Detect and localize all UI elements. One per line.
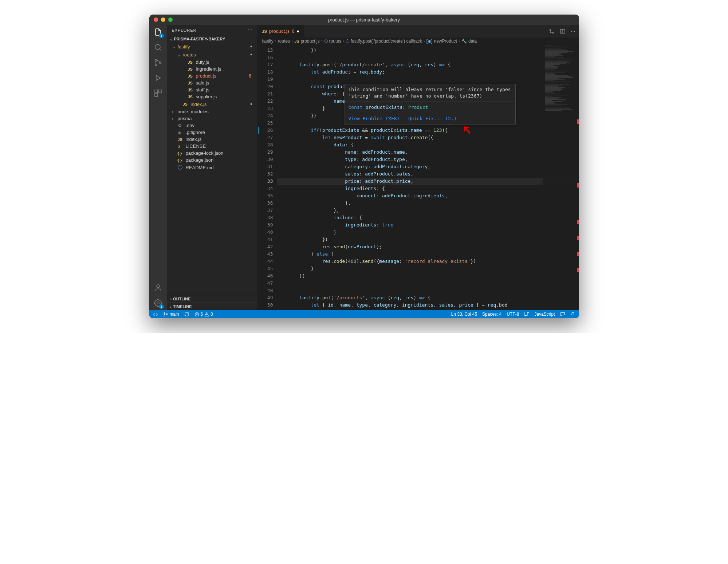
tree-item[interactable]: JSproduct.js6 [167,72,257,79]
status-sync-icon[interactable] [184,312,189,317]
breadcrumb-item[interactable]: fastify [262,39,274,44]
status-bell-icon[interactable] [570,312,575,317]
status-remote-icon[interactable] [153,312,158,317]
status-eol[interactable]: LF [524,312,529,317]
tree-item[interactable]: { }package-lock.json [167,150,257,157]
modified-dot-icon: ● [297,28,300,34]
outline-section[interactable]: ›OUTLINE [167,295,257,303]
js-file-icon: JS [183,102,189,106]
breadcrumb-item[interactable]: [◉] newProduct [426,39,457,44]
info-icon: ⓘ [178,164,184,171]
tree-item[interactable]: JSduty.js [167,59,257,66]
tree-item-label: duty.js [196,59,209,65]
traffic-lights [149,17,173,22]
breadcrumb-item[interactable]: ⬡ routes [324,39,341,44]
hover-declaration: const productExists: Product [345,102,515,113]
split-editor-icon[interactable] [560,28,566,34]
status-encoding[interactable]: UTF-8 [507,312,519,317]
json-file-icon: { } [178,151,184,155]
svg-rect-5 [155,90,158,93]
tree-item-label: index.js [186,137,202,142]
tab-problem-count: 6 [292,28,294,34]
tree-item[interactable]: JSingredient.js [167,66,257,72]
status-feedback-icon[interactable] [560,312,565,317]
tree-item[interactable]: JSsupplier.js [167,93,257,100]
timeline-section[interactable]: ›TIMELINE [167,303,257,310]
sidebar-header: EXPLORER ⋯ [167,25,257,35]
sidebar-project-root[interactable]: ⌄PRISMA-FASTIFY-BAKERY [167,35,257,43]
tree-item[interactable]: { }package.json [167,157,257,163]
tree-item-label: node_modules [178,109,209,114]
tree-item[interactable]: JSindex.js• [167,100,257,108]
js-file-icon: JS [262,29,267,33]
close-window[interactable] [154,17,158,22]
explorer-badge: 1 [159,33,164,38]
svg-point-3 [159,62,161,64]
editor-more-icon[interactable]: ⋯ [571,28,575,34]
activity-accounts-icon[interactable] [154,283,162,292]
breadcrumb-item[interactable]: JS product.js [294,39,320,44]
breadcrumb-item[interactable]: ⬡ fastify.post('/product/create') callba… [346,39,422,44]
tree-item[interactable]: JSsale.js [167,79,257,86]
sidebar-more-icon[interactable]: ⋯ [248,28,252,32]
minimap[interactable] [543,45,579,310]
activity-explorer-icon[interactable]: 1 [154,28,162,36]
tree-item-label: index.js [191,102,207,107]
svg-point-0 [155,44,160,50]
modified-dot-icon: • [250,101,252,107]
tree-item[interactable]: JSstaff.js [167,86,257,93]
tree-item-label: package-lock.json [186,150,224,156]
tree-item[interactable]: ›prisma [167,115,257,122]
license-icon: 🄯 [178,143,184,149]
hover-tooltip: This condition will always return 'false… [345,84,516,125]
tree-item[interactable]: ⚙.env [167,122,257,129]
svg-rect-7 [155,94,158,96]
tree-item[interactable]: ⓘREADME.md [167,163,257,171]
activity-search-icon[interactable] [154,43,162,52]
svg-point-8 [157,285,160,288]
tree-item-label: product.js [196,73,216,79]
hover-error-message: This condition will always return 'false… [345,84,515,102]
editor-area: JS product.js 6 ● ⋯ fastify› routes›JS p… [258,25,579,310]
tab-product-js[interactable]: JS product.js 6 ● [258,25,304,38]
quick-fix-link[interactable]: Quick Fix... (⌘.) [408,116,457,121]
svg-point-14 [164,315,165,316]
breadcrumbs[interactable]: fastify› routes›JS product.js›⬡ routes›⬡… [258,38,579,45]
svg-point-1 [155,60,157,62]
status-branch[interactable]: main [163,312,179,317]
tree-item[interactable]: ›node_modules [167,108,257,115]
activity-source-control-icon[interactable] [154,58,162,67]
view-problem-link[interactable]: View Problem (⌥F8) [349,116,400,121]
project-name: PRISMA-FASTIFY-BAKERY [174,37,225,41]
editor-tabs: JS product.js 6 ● ⋯ [258,25,579,38]
tree-item[interactable]: ◈.gitignore [167,129,257,136]
tree-item-label: .env [186,123,195,128]
compare-changes-icon[interactable] [549,28,555,34]
tree-item[interactable]: 🄯LICENSE [167,143,257,150]
svg-point-9 [157,302,159,304]
svg-point-11 [552,32,554,33]
tree-item[interactable]: JSindex.js [167,136,257,143]
tree-item[interactable]: ⌄fastify• [167,43,257,51]
chevron-icon: › [172,116,176,121]
status-indent[interactable]: Spaces: 4 [482,312,501,317]
activity-extensions-icon[interactable] [154,89,162,98]
status-language[interactable]: JavaScript [534,312,555,317]
chevron-icon: ⌄ [177,52,181,58]
status-cursor-position[interactable]: Ln 33, Col 45 [451,312,477,317]
activity-settings-icon[interactable]: 1 [154,299,162,307]
editor-body[interactable]: 1516171819202122232425262728293031323334… [258,45,579,310]
activity-run-debug-icon[interactable] [154,74,162,82]
svg-point-10 [550,29,551,30]
breadcrumb-item[interactable]: routes [278,39,290,44]
tree-item[interactable]: ⌄routes• [167,51,257,59]
maximize-window[interactable] [168,17,173,22]
tree-item-label: package.json [186,157,214,163]
minimize-window[interactable] [161,17,165,22]
breadcrumb-item[interactable]: 🔧 data [461,39,477,44]
status-problems[interactable]: 6 0 [194,312,213,317]
file-tree: ⌄fastify•⌄routes•JSduty.jsJSingredient.j… [167,43,257,295]
js-file-icon: JS [188,67,194,71]
vscode-window: product.js — prisma-fastify-bakery 1 [149,15,579,318]
tree-item-label: .gitignore [186,130,205,135]
